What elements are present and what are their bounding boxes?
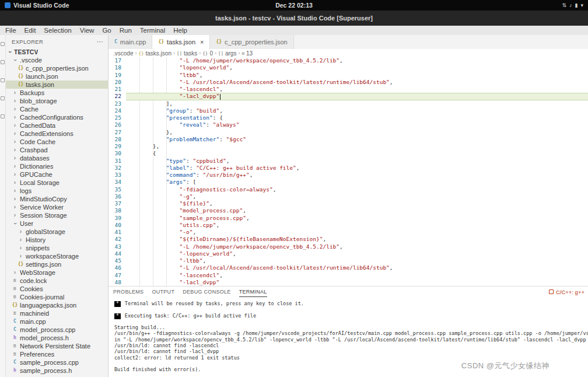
tree-item-tasks-json[interactable]: {}tasks.json [6,81,108,89]
panel-tab-output[interactable]: OUTPUT [152,287,174,297]
tree-item-settings-json[interactable]: {}settings.json [6,260,108,268]
tree-item-service-worker[interactable]: ›Service Worker [6,203,108,211]
tree-item-local-storage[interactable]: ›Local Storage [6,179,108,187]
run-debug-icon[interactable] [1,96,5,100]
line-number: 20 [108,79,121,86]
menu-file[interactable]: File [1,26,20,35]
tree-item-crashpad[interactable]: ›Crashpad [6,146,108,154]
tree-item-cache[interactable]: ›Cache [6,105,108,113]
code-line-35: "-fdiagnostics-color=always", [126,186,588,193]
tree-item-model-process-cpp[interactable]: Cmodel_process.cpp [6,326,108,334]
menu-terminal[interactable]: Terminal [136,26,169,35]
code-line-44: "-lopencv_world", [126,250,588,257]
menu-view[interactable]: View [76,26,99,35]
tree-item-dictionaries[interactable]: ›Dictionaries [6,162,108,170]
tree-item-cachedextensions[interactable]: ›CachedExtensions [6,130,108,138]
tree-item-c-cpp-properties-json[interactable]: {}c_cpp_properties.json [6,64,108,72]
explorer-sidebar: EXPLORER ⋯ › TESTCV ›.vscode{}c_cpp_prop… [6,35,108,377]
tree-item-cookies[interactable]: ≡Cookies [6,285,108,293]
panel-header: PROBLEMSOUTPUTDEBUG CONSOLETERMINAL C/C+… [108,287,588,297]
breadcrumb-item-args[interactable]: []args [218,50,236,57]
breadcrumb-item-vscode[interactable]: .vscode [113,50,133,57]
chevron-right-icon: › [18,253,24,259]
tree-item-webstorage[interactable]: ›WebStorage [6,268,108,277]
chevron-right-icon: › [12,188,18,194]
system-tray[interactable]: ⇅♪▮▾ [562,2,583,8]
code-token: "utils.cpp" [180,222,216,228]
code-token: , [323,236,326,242]
panel-tab-problems[interactable]: PROBLEMS [113,287,144,297]
breadcrumb-item-tasks[interactable]: []tasks [177,50,197,57]
tree-item-cachedconfigurations[interactable]: ›CachedConfigurations [6,113,108,121]
line-number: 26 [108,121,121,128]
tree-item-model-process-h[interactable]: hmodel_process.h [6,334,108,342]
terminal-line: /usr/bin/ld: cannot find -lascendcl [114,343,588,348]
volume-icon: ♪ [569,2,572,8]
tree-item-machineid[interactable]: ≡machineid [6,309,108,317]
menu-help[interactable]: Help [169,26,191,35]
tree-item-backups[interactable]: ›Backups [6,89,108,97]
code-token: , [233,250,236,257]
code-token: , [192,229,196,235]
tree-item-code-lock[interactable]: ≡code.lock [6,277,108,285]
close-icon[interactable]: × [200,39,204,46]
panel-tab-terminal[interactable]: TERMINAL [239,287,267,297]
tab-tasks-json[interactable]: {}tasks.json× [152,35,210,49]
tree-item-sample-process-h[interactable]: hsample_process.h [6,366,108,375]
active-app-button[interactable]: Visual Studio Code [5,2,69,9]
menu-go[interactable]: Go [98,26,115,35]
code-token: "-fdiagnostics-color=always" [180,186,273,193]
tree-item-session-storage[interactable]: ›Session Storage [6,211,108,219]
tree-item-user[interactable]: ›User [6,219,108,228]
tree-item-launch-json[interactable]: {}launch.json [6,72,108,81]
tree-item-cacheddata[interactable]: ›CachedData [6,121,108,130]
breadcrumb-item-0[interactable]: {}0 [202,50,213,57]
tab-c-cpp-properties-json[interactable]: {}c_cpp_properties.json [210,35,293,49]
breadcrumb-item-13[interactable]: ⊟13 [242,50,253,57]
tree-item-globalstorage[interactable]: ›globalStorage [6,228,108,236]
terminal-task-label[interactable]: C/C++: g++ [549,289,586,295]
source-control-icon[interactable] [1,78,5,82]
tree-item-logs[interactable]: ›logs [6,187,108,195]
terminal-line: *Terminal will be reused by tasks, press… [114,301,588,306]
tree-item-mindstudiocopy[interactable]: ›MindStudioCopy [6,195,108,203]
tree-item-databases[interactable]: ›databases [6,154,108,162]
tree-item-preferences[interactable]: ≡Preferences [6,350,108,358]
tree-item-workspacestorage[interactable]: ›workspaceStorage [6,252,108,260]
explorer-icon[interactable] [1,42,5,46]
tree-item-main-cpp[interactable]: Cmain.cpp [6,317,108,326]
task-terminal-icon [549,289,554,294]
tree-item-history[interactable]: ›History [6,236,108,244]
code-token: "lopencv_world" [180,64,230,71]
tree-item-network-persistent-state[interactable]: ≡Network Persistent State [6,342,108,350]
tab-label: main.cpp [120,39,146,46]
tree-item-vscode[interactable]: ›.vscode [6,56,108,64]
tree-item-languagepacks-json[interactable]: {}languagepacks.json [6,301,108,309]
tree-item-blob-storage[interactable]: ›blob_storage [6,97,108,105]
tree-item-snippets[interactable]: ›snippets [6,244,108,252]
code-line-25: "presentation": { [126,114,588,121]
search-icon[interactable] [1,60,5,64]
breadcrumb-item-tasks-json[interactable]: {}tasks.json [138,50,172,57]
chevron-right-icon: › [12,204,18,210]
menu-edit[interactable]: Edit [20,26,40,35]
tab-main-cpp[interactable]: Cmain.cpp [108,35,152,49]
line-number: 40 [108,222,121,229]
tree-item-code-cache[interactable]: ›Code Cache [6,138,108,146]
menu-run[interactable]: Run [116,26,136,35]
code-line-34: "args": [ [126,179,588,186]
more-actions-icon[interactable]: ⋯ [97,38,103,46]
tree-item-gpucache[interactable]: ›GPUCache [6,170,108,179]
menu-selection[interactable]: Selection [40,26,75,35]
code-editor[interactable]: 1718192021222324252627282930313233343536… [108,57,588,286]
panel-tab-debug-console[interactable]: DEBUG CONSOLE [183,287,230,297]
code-token: }, [166,129,173,135]
tree-item-sample-process-cpp[interactable]: Csample_process.cpp [6,358,108,366]
workspace-root[interactable]: › TESTCV [6,48,108,56]
window-titlebar[interactable]: tasks.json - testcv - Visual Studio Code… [0,11,588,26]
clock[interactable]: Dec 22 02:13 [275,2,313,9]
json-file-icon: {} [18,66,24,71]
file-file-icon: ≡ [12,295,18,299]
extensions-icon[interactable] [1,114,5,118]
tree-item-cookies-journal[interactable]: ≡Cookies-journal [6,293,108,301]
